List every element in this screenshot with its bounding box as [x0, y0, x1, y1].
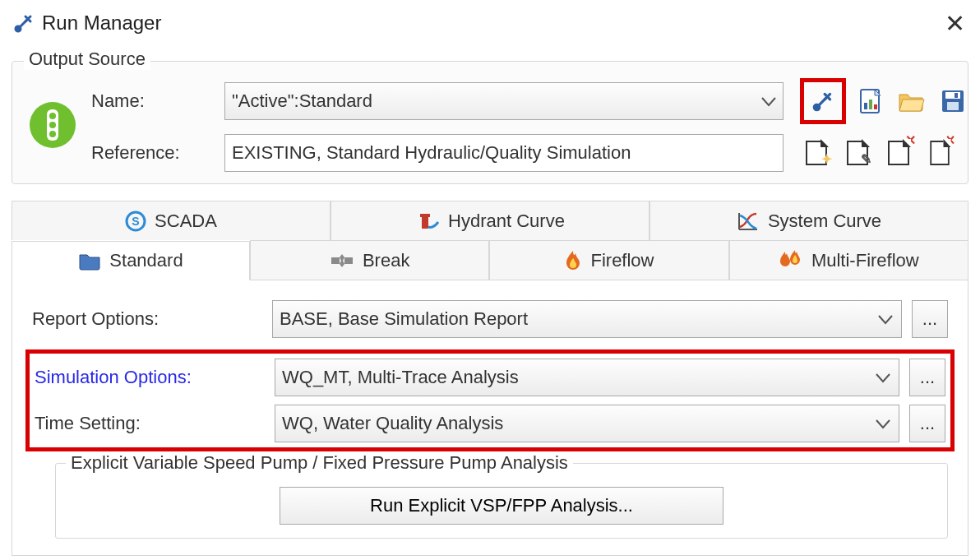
svg-text:S: S: [132, 215, 139, 228]
open-button[interactable]: [895, 85, 928, 118]
time-setting-value: WQ, Water Quality Analysis: [282, 413, 503, 434]
tab-system-label: System Curve: [768, 211, 881, 232]
tab-scada-label: SCADA: [155, 211, 217, 232]
output-source-legend: Output Source: [24, 49, 150, 70]
svg-rect-25: [344, 257, 353, 264]
report-options-ellipsis-button[interactable]: ...: [912, 300, 948, 338]
tab-scada[interactable]: S SCADA: [12, 201, 331, 240]
time-setting-ellipsis-button[interactable]: ...: [909, 405, 945, 442]
report-button[interactable]: [854, 85, 887, 118]
tab-break[interactable]: Break: [250, 240, 489, 280]
tab-standard[interactable]: Standard: [12, 241, 250, 280]
simulation-options-ellipsis-button[interactable]: ...: [909, 359, 945, 396]
svg-rect-23: [420, 214, 430, 217]
window-title: Run Manager: [42, 12, 938, 35]
svg-rect-9: [864, 103, 867, 109]
reference-label: Reference:: [91, 142, 215, 164]
reference-value: EXISTING, Standard Hydraulic/Quality Sim…: [232, 142, 631, 164]
run-vsp-fpp-button[interactable]: Run Explicit VSP/FPP Analysis...: [280, 487, 723, 525]
system-curve-icon: [737, 211, 760, 232]
reference-textbox[interactable]: EXISTING, Standard Hydraulic/Quality Sim…: [224, 134, 784, 172]
simulation-options-combo[interactable]: WQ_MT, Multi-Trace Analysis: [275, 359, 899, 396]
reference-toolbar: ✦ ✎ ✕ ✕: [800, 137, 980, 169]
svg-rect-15: [955, 93, 958, 98]
delete-page-2-button[interactable]: ✕: [923, 137, 956, 169]
svg-rect-11: [874, 104, 877, 109]
svg-rect-13: [945, 92, 960, 99]
title-bar: Run Manager ✕: [0, 0, 980, 46]
simulation-options-value: WQ_MT, Multi-Trace Analysis: [282, 367, 519, 388]
tab-hydrant-curve[interactable]: Hydrant Curve: [331, 201, 649, 240]
traffic-light-icon: [24, 101, 81, 149]
wrench-button[interactable]: [807, 85, 839, 118]
output-source-group: Output Source Name: "Active":Standard: [12, 61, 968, 184]
multi-fire-icon: [779, 250, 803, 271]
chevron-down-icon: [876, 367, 890, 388]
break-icon: [330, 252, 354, 270]
tab-hydrant-label: Hydrant Curve: [448, 211, 565, 232]
tab-system-curve[interactable]: System Curve: [649, 201, 968, 240]
edit-page-button[interactable]: ✎: [841, 137, 874, 169]
tab-fireflow-label: Fireflow: [590, 250, 654, 271]
svg-marker-26: [340, 254, 344, 267]
svg-rect-10: [869, 100, 872, 109]
scada-icon: S: [125, 211, 146, 232]
svg-point-3: [49, 113, 56, 119]
tab-break-label: Break: [363, 250, 409, 271]
name-label: Name:: [91, 90, 215, 112]
tab-standard-label: Standard: [109, 250, 183, 271]
name-toolbar: OK: [800, 78, 980, 124]
new-page-button[interactable]: ✦: [800, 137, 833, 169]
report-options-value: BASE, Base Simulation Report: [280, 308, 528, 330]
svg-point-0: [16, 26, 21, 31]
svg-point-6: [814, 104, 819, 109]
svg-point-5: [49, 131, 56, 137]
svg-rect-22: [422, 215, 428, 229]
name-combo-value: "Active":Standard: [232, 90, 372, 112]
app-icon: [12, 12, 35, 35]
simulation-options-label: Simulation Options:: [35, 367, 265, 388]
hydrant-icon: [415, 211, 440, 232]
tab-row-top: S SCADA Hydrant Curve System Curve: [12, 201, 968, 240]
tab-multi-fireflow[interactable]: Multi-Fireflow: [729, 240, 968, 280]
report-options-label: Report Options:: [32, 308, 262, 330]
svg-rect-14: [947, 102, 959, 110]
tab-row-bottom: Standard Break Fireflow Multi-Fireflow: [12, 240, 968, 280]
svg-point-4: [49, 122, 56, 128]
chevron-down-icon: [761, 90, 776, 112]
report-options-combo[interactable]: BASE, Base Simulation Report: [272, 300, 902, 338]
vsp-fpp-legend: Explicit Variable Speed Pump / Fixed Pre…: [66, 452, 573, 474]
standard-tab-panel: Report Options: BASE, Base Simulation Re…: [12, 280, 968, 556]
svg-rect-24: [331, 257, 340, 264]
vsp-fpp-section: Explicit Variable Speed Pump / Fixed Pre…: [55, 463, 948, 539]
chevron-down-icon: [878, 308, 893, 330]
delete-page-button[interactable]: ✕: [882, 137, 915, 169]
time-setting-combo[interactable]: WQ, Water Quality Analysis: [275, 405, 899, 442]
tab-fireflow[interactable]: Fireflow: [489, 240, 728, 280]
folder-icon: [78, 251, 101, 271]
highlight-wrench-box: [800, 78, 846, 124]
name-combo[interactable]: "Active":Standard: [224, 82, 784, 120]
save-button[interactable]: [936, 85, 969, 118]
close-icon[interactable]: ✕: [938, 6, 972, 41]
tab-multifireflow-label: Multi-Fireflow: [811, 250, 919, 271]
fire-icon: [564, 250, 582, 271]
time-setting-label: Time Setting:: [35, 413, 265, 434]
highlight-sim-time-box: Simulation Options: WQ_MT, Multi-Trace A…: [25, 349, 955, 451]
chevron-down-icon: [876, 413, 890, 434]
